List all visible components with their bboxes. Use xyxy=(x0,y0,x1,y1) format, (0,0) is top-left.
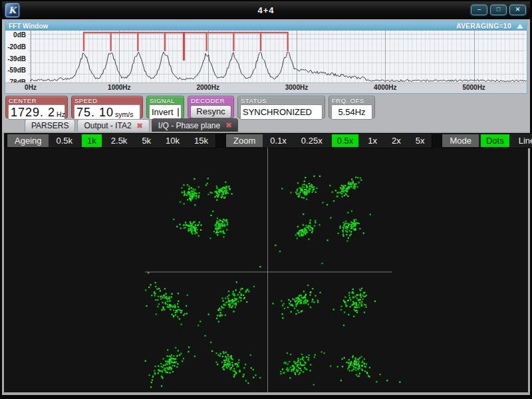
iq-view-panel: Ageing0.5k1k2.5k5k10k15kZoom0.1x0.25x0.5… xyxy=(4,133,528,392)
toolbar-group-zoom: Zoom0.1x0.25x0.5x1x2x5x xyxy=(225,133,432,148)
status-panel-label: DECODER xyxy=(190,97,231,104)
zoom-option-05x[interactable]: 0.5x xyxy=(332,134,359,147)
fft-x-tick-label: 2000Hz xyxy=(196,84,219,91)
status-panel-label: CENTER xyxy=(8,97,65,104)
tab-label: Output - ITA2 xyxy=(84,121,131,130)
tab-output-ita2[interactable]: Output - ITA2✖ xyxy=(77,119,149,132)
fft-x-tick-label: 3000Hz xyxy=(285,84,308,91)
tab-close-icon[interactable]: ✖ xyxy=(137,122,143,130)
zoom-option-1x[interactable]: 1x xyxy=(362,134,382,147)
iq-toolbar: Ageing0.5k1k2.5k5k10k15kZoom0.1x0.25x0.5… xyxy=(4,133,528,148)
status-panel-center: CENTER1729. 2Hz xyxy=(5,96,68,118)
invert-control: Invert xyxy=(149,104,182,120)
close-button[interactable]: ✕ xyxy=(509,5,526,15)
ageing-option-5k[interactable]: 5k xyxy=(136,134,156,147)
fft-x-tick-label: 5000Hz xyxy=(462,84,485,91)
resync-button[interactable]: Resync xyxy=(190,105,231,118)
window-title: 4+4 xyxy=(2,5,530,15)
value-readout: 1729. 2 xyxy=(11,106,55,118)
value-readout: 75. 10 xyxy=(76,106,114,118)
fft-header: FFT Window AVERAGING=10 xyxy=(5,21,527,31)
invert-checkbox[interactable] xyxy=(178,108,179,117)
ageing-option-10k[interactable]: 10k xyxy=(160,134,185,147)
tab-label: PARSERS xyxy=(31,121,68,130)
tab-close-icon[interactable]: ✖ xyxy=(225,122,231,129)
upper-pane: FFT Window AVERAGING=10 0dB-20dB-39dB-59… xyxy=(2,19,530,132)
tab-bar: PARSERSOutput - ITA2✖I/Q - Phase plane✖ xyxy=(2,118,530,132)
tab-label: I/Q - Phase plane xyxy=(158,121,220,130)
status-panel-label: STATUS xyxy=(240,97,323,104)
fft-y-tick-label: -59dB xyxy=(7,66,26,74)
fft-x-axis: 0Hz1000Hz2000Hz3000Hz4000Hz5000Hz xyxy=(5,82,527,93)
fft-averaging-label: AVERAGING=10 xyxy=(456,23,511,30)
toolbar-group-label: Mode xyxy=(442,134,479,147)
status-panel-label: SIGNAL xyxy=(149,97,182,104)
maximize-button[interactable]: □ xyxy=(490,5,507,15)
status-text: SYNCHRONIZED xyxy=(243,107,312,117)
tab-parsers[interactable]: PARSERS xyxy=(25,119,75,132)
toolbar-group-label: Ageing xyxy=(7,134,49,147)
zoom-option-2x[interactable]: 2x xyxy=(386,134,406,147)
fft-x-tick-label: 4000Hz xyxy=(374,84,396,91)
toolbar-group-ageing: Ageing0.5k1k2.5k5k10k15k xyxy=(7,133,216,148)
title-bar[interactable]: K 4+4 –□✕ xyxy=(2,1,530,19)
invert-label: Invert xyxy=(152,107,174,117)
status-panel-decoder: DECODERResync xyxy=(188,96,234,118)
fft-y-tick-label: -39dB xyxy=(7,55,26,62)
status-row: CENTER1729. 2HzSPEED75. 10sym/sSIGNALInv… xyxy=(2,94,530,118)
fft-y-tick-label: -20dB xyxy=(7,43,26,50)
status-panel-frq-ofs: FRQ. OFS5.54Hz xyxy=(329,96,375,118)
zoom-option-025x[interactable]: 0.25x xyxy=(296,134,328,147)
value-unit: sym/s xyxy=(115,110,133,119)
fft-x-tick-label: 0Hz xyxy=(25,84,37,91)
toolbar-group-mode: ModeDotsLines xyxy=(442,133,532,148)
status-panel-speed: SPEED75. 10sym/s xyxy=(71,96,143,118)
phase-plane-plot xyxy=(4,148,528,392)
fft-title: FFT Window xyxy=(9,23,48,30)
status-panel-status: STATUSSYNCHRONIZED xyxy=(237,96,325,118)
app-window: K 4+4 –□✕ FFT Window AVERAGING=10 0dB-20… xyxy=(0,0,532,399)
fft-plot: 0dB-20dB-39dB-59dB-78dB xyxy=(5,31,527,82)
status-panel-value: 1729. 2Hz xyxy=(8,104,65,120)
app-icon: K xyxy=(5,3,19,17)
fft-x-tick-label: 1000Hz xyxy=(108,84,130,91)
status-panel-value: 75. 10sym/s xyxy=(74,104,140,120)
mode-option-Dots[interactable]: Dots xyxy=(481,134,509,147)
view-frame: Ageing0.5k1k2.5k5k10k15kZoom0.1x0.25x0.5… xyxy=(2,132,530,395)
window-controls: –□✕ xyxy=(471,5,526,15)
mode-option-Lines[interactable]: Lines xyxy=(513,134,532,147)
tab-i-q-phase-plane[interactable]: I/Q - Phase plane✖ xyxy=(152,118,239,132)
minimize-button[interactable]: – xyxy=(471,5,487,15)
ageing-option-1k[interactable]: 1k xyxy=(82,134,102,147)
zoom-option-5x[interactable]: 5x xyxy=(410,134,430,147)
ageing-option-25k[interactable]: 2.5k xyxy=(106,134,133,147)
constellation-scatter xyxy=(4,148,528,392)
decoder-body: Resync xyxy=(190,104,231,118)
ageing-option-15k[interactable]: 15k xyxy=(189,134,213,147)
collapse-icon[interactable] xyxy=(517,24,523,29)
status-panel-label: FRQ. OFS xyxy=(331,97,372,104)
value-unit: Hz xyxy=(57,110,65,119)
fft-spectrum xyxy=(28,31,527,82)
fft-y-tick-label: 0dB xyxy=(13,31,26,39)
fft-panel: FFT Window AVERAGING=10 0dB-20dB-39dB-59… xyxy=(5,21,527,94)
zoom-option-01x[interactable]: 0.1x xyxy=(265,134,292,147)
toolbar-group-label: Zoom xyxy=(226,134,263,147)
status-panel-signal: SIGNALInvert xyxy=(146,96,184,118)
status-panel-value: SYNCHRONIZED xyxy=(240,104,323,120)
ageing-option-05k[interactable]: 0.5k xyxy=(51,134,78,147)
status-panel-label: SPEED xyxy=(74,97,140,104)
status-text: 5.54Hz xyxy=(338,107,365,117)
status-panel-value: 5.54Hz xyxy=(331,104,372,120)
